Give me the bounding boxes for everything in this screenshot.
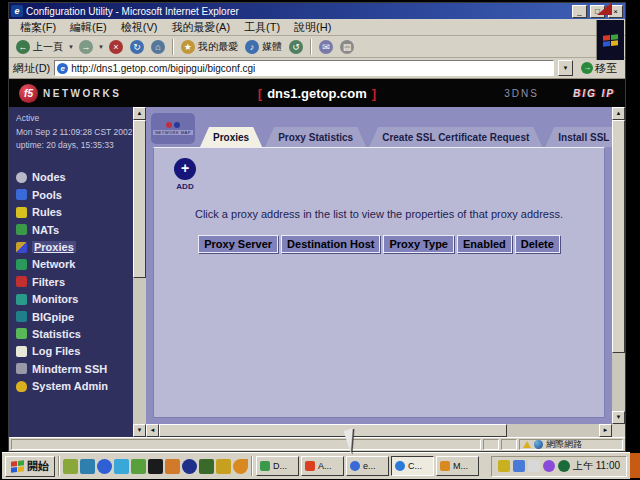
scrollbar-track[interactable] [612,120,625,411]
menu-help[interactable]: 說明(H) [287,20,338,35]
print-button[interactable]: ▤ [337,39,357,55]
product-3dns: 3DNS [504,88,539,99]
favorites-button[interactable]: ★ 我的最愛 [178,39,241,55]
main-scrollbar-vertical[interactable]: ▲ ▼ [612,107,625,424]
page-body: Active Mon Sep 2 11:09:28 CST 2002 uptim… [9,107,625,437]
taskbar-window-button[interactable]: A... [301,456,344,476]
sidebar-item-pools[interactable]: Pools [16,186,133,203]
sidebar-item-log-files[interactable]: Log Files [16,343,133,360]
sidebar-item-nats[interactable]: NATs [16,221,133,238]
log-files-icon [16,346,27,357]
media-button[interactable]: ♪ 媒體 [242,39,285,55]
taskbar-window-button[interactable]: M... [436,456,479,476]
quick-launch-icon[interactable] [216,459,231,474]
favorites-icon: ★ [181,40,195,54]
menu-file[interactable]: 檔案(F) [13,20,63,35]
forward-button[interactable]: → [76,39,96,55]
go-button[interactable]: → 移至 [577,61,621,76]
history-button[interactable]: ↺ [286,39,306,55]
menu-tools[interactable]: 工具(T) [237,20,287,35]
mail-button[interactable]: ✉ [316,39,336,55]
tray-icon[interactable] [498,460,510,472]
quick-launch-icon[interactable] [114,459,129,474]
scrollbar-thumb[interactable] [612,120,625,353]
taskbar-window-button[interactable]: e... [346,456,389,476]
forward-dropdown-icon[interactable]: ▼ [97,44,105,50]
menu-edit[interactable]: 編輯(E) [63,20,114,35]
quick-launch-icon[interactable] [182,459,197,474]
sidebar-item-monitors[interactable]: Monitors [16,291,133,308]
taskbar-window-button[interactable]: D... [256,456,299,476]
sidebar-scrollbar[interactable]: ▲ ▼ [133,107,146,437]
scrollbar-thumb[interactable] [159,424,507,437]
back-dropdown-icon[interactable]: ▼ [67,44,75,50]
stop-button[interactable]: × [106,39,126,55]
refresh-button[interactable]: ↻ [127,39,147,55]
address-dropdown-button[interactable]: ▼ [558,60,573,76]
main-area: NETWORK MAP Proxies Proxy Statistics Cre… [146,107,612,424]
history-icon: ↺ [289,40,303,54]
home-button[interactable]: ⌂ [148,39,168,55]
sidebar-item-filters[interactable]: Filters [16,273,133,290]
sidebar-item-bigpipe[interactable]: BIGpipe [16,308,133,325]
quick-launch-icon[interactable] [199,459,214,474]
scroll-up-button[interactable]: ▲ [612,107,625,120]
system-tray: 上午 11:00 [491,456,627,477]
add-button[interactable]: + [174,158,196,180]
minimize-button[interactable]: _ [572,5,587,18]
column-destination-host[interactable]: Destination Host [281,235,380,253]
quick-launch-icon[interactable] [165,459,180,474]
toolbar: ← 上一頁 ▼ → ▼ × ↻ ⌂ ★ 我的最愛 ♪ [9,36,625,58]
status-text: Active [16,112,133,126]
start-button[interactable]: 開始 [5,456,55,477]
scrollbar-thumb[interactable] [133,120,146,278]
column-delete[interactable]: Delete [515,235,560,253]
menu-favorites[interactable]: 我的最愛(A) [164,20,237,35]
scrollbar-track[interactable] [159,424,599,437]
scroll-down-button[interactable]: ▼ [612,411,625,424]
sidebar-item-network[interactable]: Network [16,256,133,273]
sidebar-item-nodes[interactable]: Nodes [16,169,133,186]
app-icon [440,461,450,471]
address-input[interactable]: e http://dns1.getop.com/bigipgui/bigconf… [54,60,554,76]
column-proxy-type[interactable]: Proxy Type [383,235,454,253]
ie-brand-logo [596,20,624,60]
scroll-down-button[interactable]: ▼ [133,424,146,437]
tab-install-ssl-certificate[interactable]: Install SSL Certif [545,127,612,147]
network-map-button[interactable]: NETWORK MAP [151,113,195,144]
taskbar: 開始 D... A... e... C... M... [2,452,630,479]
taskbar-window-button-active[interactable]: C... [391,456,434,476]
scroll-left-button[interactable]: ◄ [146,424,159,437]
back-button[interactable]: ← 上一頁 [13,39,66,55]
quick-launch-icon[interactable] [63,459,78,474]
column-proxy-server[interactable]: Proxy Server [198,235,278,253]
scrollbar-track[interactable] [133,120,146,424]
tab-proxies[interactable]: Proxies [200,127,262,147]
sidebar-item-statistics[interactable]: Statistics [16,325,133,342]
scroll-up-button[interactable]: ▲ [133,107,146,120]
column-enabled[interactable]: Enabled [457,235,512,253]
quick-launch-icon[interactable] [233,459,248,474]
sidebar-item-proxies[interactable]: Proxies [16,238,133,255]
zone-label: 網際網路 [546,439,582,450]
main-scrollbar-horizontal[interactable]: ◄ ► [146,424,625,437]
tab-create-ssl-certificate-request[interactable]: Create SSL Certificate Request [369,127,542,147]
add-control: + ADD [168,158,202,191]
rules-icon [16,207,27,218]
quick-launch-icon[interactable] [148,459,163,474]
tray-icon[interactable] [543,460,555,472]
product-links: 3DNS BIG IP [504,88,615,99]
tab-proxy-statistics[interactable]: Proxy Statistics [265,127,366,147]
sidebar-item-system-admin[interactable]: System Admin [16,377,133,394]
sidebar-item-rules[interactable]: Rules [16,204,133,221]
tray-icon[interactable] [513,460,525,472]
tray-icon[interactable] [558,460,570,472]
quick-launch-icon[interactable] [131,459,146,474]
sidebar-item-mindterm-ssh[interactable]: Mindterm SSH [16,360,133,377]
quick-launch-icon[interactable] [97,459,112,474]
menu-view[interactable]: 檢視(V) [114,20,165,35]
scroll-right-button[interactable]: ► [599,424,612,437]
tray-icon[interactable] [528,460,540,472]
quick-launch-icon[interactable] [80,459,95,474]
globe-icon [534,440,543,449]
